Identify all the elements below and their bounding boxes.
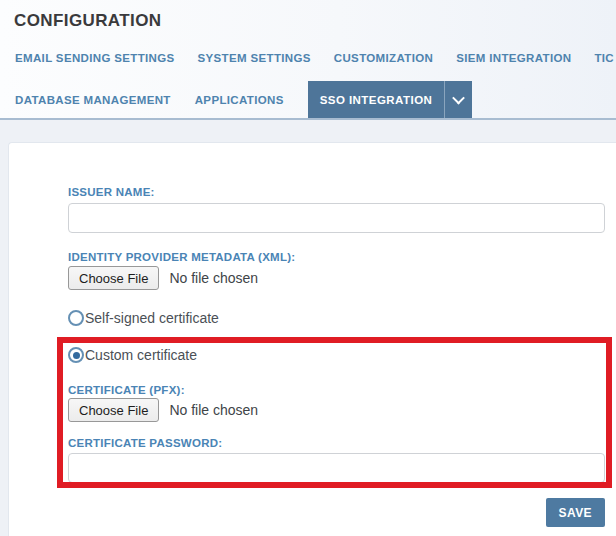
actions-row: SAVE <box>68 498 605 527</box>
tab-dropdown-button[interactable] <box>444 81 472 118</box>
issuer-name-label: ISSUER NAME: <box>68 186 605 198</box>
tab-email-sending-settings[interactable]: EMAIL SENDING SETTINGS <box>15 52 175 64</box>
file-status-text: No file chosen <box>169 402 258 418</box>
save-button[interactable]: SAVE <box>546 498 605 527</box>
file-status-text: No file chosen <box>169 270 258 286</box>
page-title: CONFIGURATION <box>14 11 161 31</box>
radio-unselected-icon[interactable] <box>68 310 84 326</box>
tab-system-settings[interactable]: SYSTEM SETTINGS <box>198 52 311 64</box>
tab-bar-row-1: EMAIL SENDING SETTINGS SYSTEM SETTINGS C… <box>15 52 616 64</box>
choose-file-button[interactable]: Choose File <box>68 398 159 422</box>
idp-metadata-file-input: Choose File No file chosen <box>68 266 605 290</box>
page-header: CONFIGURATION EMAIL SENDING SETTINGS SYS… <box>0 0 616 120</box>
tab-ticketing-truncated[interactable]: TIC <box>594 52 614 64</box>
radio-label: Self-signed certificate <box>85 310 219 326</box>
radio-label: Custom certificate <box>85 347 197 363</box>
tab-siem-integration[interactable]: SIEM INTEGRATION <box>456 52 571 64</box>
self-signed-certificate-option[interactable]: Self-signed certificate <box>68 309 605 327</box>
idp-metadata-label: IDENTITY PROVIDER METADATA (XML): <box>68 251 605 263</box>
choose-file-button[interactable]: Choose File <box>68 266 159 290</box>
certificate-pfx-label: CERTIFICATE (PFX): <box>68 384 605 396</box>
custom-certificate-option[interactable]: Custom certificate <box>68 346 605 364</box>
tab-database-management[interactable]: DATABASE MANAGEMENT <box>15 94 171 106</box>
tab-applications[interactable]: APPLICATIONS <box>195 94 284 106</box>
sso-integration-panel: ISSUER NAME: IDENTITY PROVIDER METADATA … <box>8 142 616 536</box>
active-tab-label: SSO INTEGRATION <box>308 81 445 118</box>
tab-bar-row-2: DATABASE MANAGEMENT APPLICATIONS SSO INT… <box>15 81 616 118</box>
radio-selected-icon[interactable] <box>68 347 84 363</box>
tab-sso-integration-active[interactable]: SSO INTEGRATION <box>308 81 473 118</box>
chevron-down-icon <box>452 92 465 105</box>
tab-customization[interactable]: CUSTOMIZATION <box>334 52 433 64</box>
certificate-password-label: CERTIFICATE PASSWORD: <box>68 437 605 449</box>
certificate-pfx-file-input: Choose File No file chosen <box>68 398 605 422</box>
issuer-name-input[interactable] <box>68 203 605 233</box>
certificate-password-input[interactable] <box>68 453 605 483</box>
